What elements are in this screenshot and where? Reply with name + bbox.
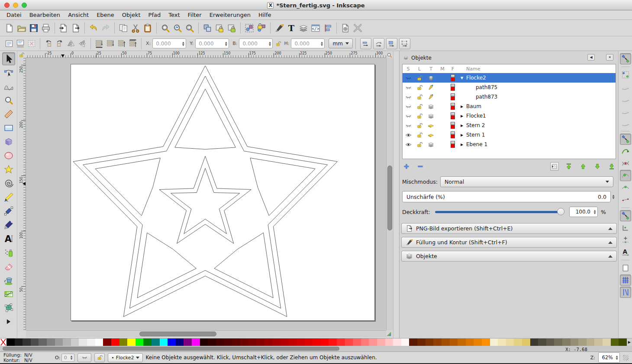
ungroup-button[interactable] <box>255 22 268 34</box>
palette-swatch-52[interactable] <box>426 338 434 346</box>
palette-swatch-14[interactable] <box>119 338 128 346</box>
palette-swatch-57[interactable] <box>466 338 474 346</box>
palette-swatch-4[interactable] <box>39 338 47 346</box>
opacity-indicator-spinbox[interactable]: 0 ▲▼ <box>61 354 74 362</box>
palette-swatch-61[interactable] <box>498 338 506 346</box>
lock-toggle[interactable] <box>414 84 425 91</box>
tool-bezier[interactable] <box>2 204 15 217</box>
palette-swatch-6[interactable] <box>55 338 63 346</box>
color-tag-swatch[interactable] <box>448 141 458 148</box>
palette-swatch-45[interactable] <box>369 338 377 346</box>
flip-v-button[interactable] <box>77 38 88 49</box>
snap-cusp-nodes-button[interactable] <box>620 170 631 181</box>
palette-swatch-17[interactable] <box>143 338 152 346</box>
snap-bbox-edge-midpoints-button[interactable] <box>620 105 631 117</box>
type-icon[interactable] <box>425 122 437 129</box>
tool-text[interactable]: A <box>2 232 15 245</box>
layers-button[interactable] <box>297 22 310 34</box>
unit-dropdown[interactable]: mm <box>329 38 352 48</box>
horizontal-ruler[interactable]: -250255075100125150175200225250275300 <box>26 51 386 58</box>
palette-swatch-62[interactable] <box>506 338 514 346</box>
spinner-arrows[interactable]: ▲▼ <box>319 41 324 46</box>
affect-corners-toggle[interactable] <box>399 38 410 49</box>
palette-swatch-74[interactable] <box>603 338 611 346</box>
lower-bottom-button[interactable] <box>94 38 105 49</box>
layer-lock-button[interactable] <box>94 353 105 362</box>
palette-swatch-2[interactable] <box>23 338 31 346</box>
tool-measure[interactable] <box>2 108 15 121</box>
palette-swatch-0[interactable] <box>6 338 15 346</box>
palette-swatch-40[interactable] <box>329 338 337 346</box>
palette-swatch-41[interactable] <box>337 338 345 346</box>
lock-toggle[interactable] <box>414 141 425 148</box>
deselect-button[interactable] <box>26 38 37 49</box>
palette-swatch-33[interactable] <box>272 338 281 346</box>
tool-gradient[interactable] <box>2 287 15 300</box>
export-button[interactable] <box>70 22 82 34</box>
vertical-ruler[interactable]: 25020015010050 <box>19 58 26 330</box>
object-row-stern-2[interactable]: ▶Stern 2 <box>403 121 616 130</box>
expand-arrow-icon[interactable]: ▼ <box>458 76 466 80</box>
raise-top-button[interactable] <box>127 38 139 49</box>
affect-move-toggle[interactable] <box>360 38 371 49</box>
vertical-scrollbar-thumb[interactable] <box>387 166 392 230</box>
snap-bbox-edges-button[interactable] <box>620 81 631 93</box>
zoom-drawing-button[interactable] <box>171 22 184 34</box>
opacity-slider-track[interactable] <box>435 211 563 213</box>
palette-swatch-20[interactable] <box>168 338 176 346</box>
lower-to-bottom-button[interactable] <box>607 162 616 171</box>
palette-swatch-22[interactable] <box>184 338 192 346</box>
tool-zoom[interactable] <box>2 94 15 107</box>
palette-swatch-73[interactable] <box>594 338 603 346</box>
expand-arrow-icon[interactable]: ▶ <box>458 105 466 109</box>
palette-swatch-47[interactable] <box>385 338 393 346</box>
palette-swatch-43[interactable] <box>353 338 361 346</box>
palette-swatch-18[interactable] <box>152 338 160 346</box>
menu-datei[interactable]: Datei <box>3 11 26 19</box>
lower-button[interactable] <box>593 162 602 171</box>
visibility-toggle[interactable] <box>403 113 414 119</box>
text-tool-button[interactable]: T <box>285 22 297 34</box>
type-icon[interactable] <box>425 94 437 100</box>
palette-swatch-37[interactable] <box>305 338 313 346</box>
object-row-baum[interactable]: ▶Baum <box>403 102 616 111</box>
copy-button[interactable] <box>117 22 129 34</box>
type-icon[interactable] <box>425 84 437 91</box>
color-tag-swatch[interactable] <box>448 93 458 100</box>
tool-node-editor[interactable] <box>2 66 15 79</box>
flip-h-button[interactable] <box>65 38 77 49</box>
palette-swatch-75[interactable] <box>611 338 619 346</box>
affect-rotate-toggle[interactable] <box>373 38 384 49</box>
tool-more-tools[interactable] <box>2 315 15 328</box>
paste-button[interactable] <box>142 22 154 34</box>
layer-visibility-button[interactable] <box>77 353 91 362</box>
clone-button[interactable] <box>213 22 226 34</box>
menu-text[interactable]: Text <box>164 11 184 19</box>
document-page[interactable] <box>71 64 375 321</box>
palette-swatch-58[interactable] <box>474 338 482 346</box>
palette-swatch-8[interactable] <box>71 338 79 346</box>
menu-ebene[interactable]: Ebene <box>93 11 118 19</box>
doc-new-button[interactable] <box>3 22 16 34</box>
palette-swatch-30[interactable] <box>248 338 256 346</box>
visibility-toggle[interactable] <box>403 122 414 129</box>
expand-arrow-icon[interactable]: ▶ <box>458 143 466 147</box>
object-row-flocke2[interactable]: ▼Flocke2 <box>403 73 616 83</box>
prefs-button[interactable] <box>351 22 364 34</box>
object-row-ebene-1[interactable]: ▶Ebene 1 <box>403 140 616 149</box>
lock-toggle[interactable] <box>414 113 425 119</box>
expander-objekte[interactable]: Objekte <box>401 251 617 262</box>
spinner-arrows[interactable]: ▲▼ <box>223 41 229 46</box>
snap-page-border-button[interactable] <box>620 262 631 274</box>
print-button[interactable] <box>40 22 52 34</box>
palette-swatch-12[interactable] <box>103 338 111 346</box>
palette-swatch-10[interactable] <box>87 338 95 346</box>
horizontal-scrollbar[interactable] <box>26 330 386 337</box>
lower-button[interactable] <box>105 38 116 49</box>
palette-swatch-76[interactable] <box>619 338 627 346</box>
snap-guides-button[interactable] <box>620 287 631 298</box>
type-icon[interactable] <box>425 113 437 119</box>
visibility-toggle[interactable] <box>403 141 414 148</box>
add-object-button[interactable] <box>402 162 411 171</box>
vertical-scrollbar[interactable] <box>386 58 393 330</box>
